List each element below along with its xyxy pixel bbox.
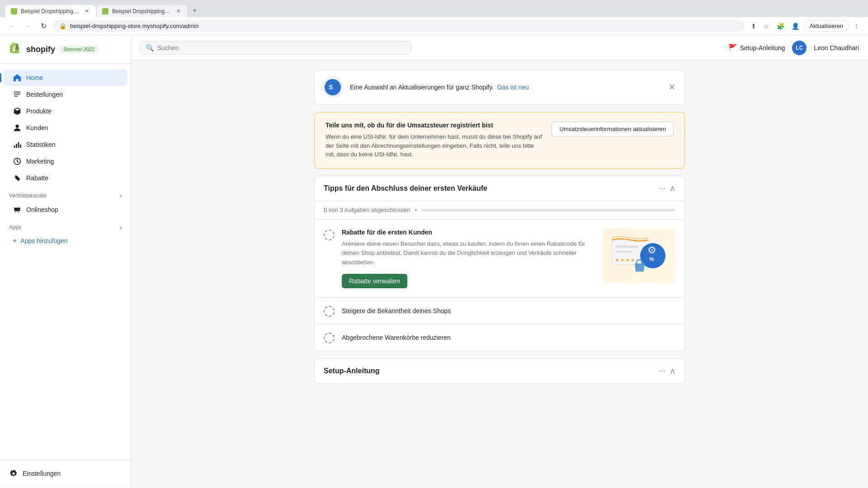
tax-description: Wenn du eine USt-IdNr. für dein Unterneh… — [326, 132, 542, 159]
browser-chrome: Beispiel Dropshipping Store · ✕ Beispiel… — [0, 0, 868, 17]
sidebar-item-customers[interactable]: Kunden — [4, 120, 127, 136]
sidebar-item-online-store[interactable]: Onlineshop — [4, 202, 127, 218]
apps-chevron[interactable]: › — [119, 224, 122, 231]
progress-dot: • — [415, 206, 417, 214]
sidebar-item-orders-label: Bestellungen — [26, 91, 63, 98]
sidebar-item-products[interactable]: Produkte — [4, 103, 127, 119]
tax-update-button[interactable]: Umsatzsteuerinformationen aktualisieren — [552, 122, 674, 136]
setup-header: Setup-Anleitung ··· ∧ — [315, 359, 684, 383]
tips-item-icon-popularity — [324, 306, 335, 317]
sales-channels-section: Vertriebskanäle › — [0, 187, 131, 201]
settings-item[interactable]: Einstellungen — [9, 465, 122, 482]
add-apps-item[interactable]: + Apps hinzufügen — [4, 233, 127, 249]
setup-collapse-button[interactable]: ∧ — [670, 366, 675, 376]
tips-item-title-carts: Abgebrochene Warenkörbe reduzieren — [342, 334, 451, 341]
profile-button[interactable]: 👤 — [789, 21, 802, 32]
sidebar-item-discounts[interactable]: Rabatte — [4, 170, 127, 186]
notification-logo: S — [322, 76, 344, 98]
new-tab-button[interactable]: + — [188, 4, 201, 17]
extension-button[interactable]: 🧩 — [774, 21, 787, 32]
setup-menu-button[interactable]: ··· — [659, 366, 666, 376]
address-bar: 🔒 beispiel-dropshipping-store.myshopify.… — [53, 20, 745, 32]
close-tab-btn-2[interactable]: ✕ — [175, 8, 182, 14]
shopify-icon — [9, 42, 23, 56]
tips-collapse-button[interactable]: ∧ — [670, 183, 675, 193]
notification-link[interactable]: Das ist neu — [497, 84, 529, 91]
favicon-2 — [102, 8, 108, 14]
setup-title: Setup-Anleitung — [324, 367, 380, 375]
svg-rect-12 — [616, 245, 638, 248]
sidebar-item-marketing[interactable]: Marketing — [4, 153, 127, 169]
tips-item-icon-carts — [324, 333, 335, 343]
home-icon — [13, 73, 22, 82]
menu-button[interactable]: ⋮ — [851, 21, 863, 32]
svg-rect-2 — [14, 96, 18, 97]
refresh-button[interactable]: ↻ — [38, 20, 49, 32]
apps-label: Apps — [9, 224, 21, 230]
svg-rect-7 — [20, 145, 21, 148]
address-text: beispiel-dropshipping-store.myshopify.co… — [70, 23, 738, 29]
svg-rect-0 — [14, 92, 20, 93]
forward-button[interactable]: → — [22, 20, 34, 32]
topbar: 🔍 🚩 Setup-Anleitung LC Leon Chaudhari — [131, 35, 868, 61]
search-bar[interactable]: 🔍 — [140, 41, 411, 55]
user-name[interactable]: Leon Chaudhari — [814, 44, 859, 52]
tips-card: Tipps für den Abschluss deiner ersten Ve… — [314, 176, 685, 351]
sidebar-item-analytics[interactable]: Statistiken — [4, 136, 127, 153]
update-button[interactable]: Aktualisieren — [804, 20, 849, 32]
tips-menu-button[interactable]: ··· — [659, 183, 666, 193]
sidebar-item-home[interactable]: Home — [4, 70, 127, 86]
svg-text:★ ★ ★ ★: ★ ★ ★ ★ — [615, 258, 635, 263]
favicon — [11, 8, 17, 14]
close-tab-btn[interactable]: ✕ — [84, 8, 90, 14]
add-icon: + — [13, 237, 17, 245]
setup-guide-label: Setup-Anleitung — [740, 44, 785, 52]
bookmark-button[interactable]: ☆ — [761, 21, 772, 32]
tips-header-actions: ··· ∧ — [659, 183, 675, 193]
add-apps-label: Apps hinzufügen — [20, 237, 67, 244]
shopify-wordmark: shopify — [26, 45, 55, 54]
back-button[interactable]: ← — [5, 20, 18, 32]
tips-progress: 0 von 3 Aufgaben abgeschlossen • — [315, 201, 684, 220]
tips-item-abandoned-carts[interactable]: Abgebrochene Warenkörbe reduzieren — [315, 324, 684, 351]
sidebar-item-online-store-label: Onlineshop — [26, 206, 58, 213]
tips-item-discounts: Rabatte für die ersten Kunden Animiere d… — [315, 220, 684, 298]
sidebar-item-customers-label: Kunden — [26, 124, 48, 131]
tax-title: Teile uns mit, ob du für die Umsatzsteue… — [326, 122, 542, 129]
discounts-icon — [13, 174, 22, 183]
share-button[interactable]: ⬆ — [748, 21, 759, 32]
tips-item-shop-popularity[interactable]: Steigere die Bekanntheit deines Shops — [315, 298, 684, 324]
tips-action-button-discounts[interactable]: Rabatte verwalten — [342, 274, 407, 288]
settings-icon — [9, 469, 18, 478]
apps-section: Apps › — [0, 218, 131, 233]
sidebar-item-home-label: Home — [26, 74, 43, 81]
svg-rect-5 — [16, 144, 17, 148]
main-inner: S Eine Auswahl an Aktualisierungen für g… — [305, 61, 694, 393]
browser-tab-active[interactable]: Beispiel Dropshipping Store · ✕ — [5, 5, 96, 17]
sales-channels-label: Vertriebskanäle — [9, 192, 47, 199]
notification-banner: S Eine Auswahl an Aktualisierungen für g… — [314, 70, 685, 105]
sidebar-item-orders[interactable]: Bestellungen — [4, 86, 127, 103]
search-input[interactable] — [157, 44, 406, 52]
setup-guide-button[interactable]: 🚩 Setup-Anleitung — [728, 43, 785, 52]
tab-label-active: Beispiel Dropshipping Store · — [21, 8, 80, 14]
sidebar-item-discounts-label: Rabatte — [26, 174, 48, 182]
progress-bar-container — [421, 209, 675, 211]
orders-icon — [13, 90, 22, 99]
user-avatar: LC — [792, 41, 807, 55]
browser-toolbar: ← → ↻ 🔒 beispiel-dropshipping-store.mysh… — [0, 17, 868, 35]
notification-close-button[interactable]: ✕ — [667, 82, 677, 92]
shopify-logo: shopify — [9, 42, 55, 56]
settings-label: Einstellungen — [23, 470, 61, 477]
sidebar-nav: Home Bestellungen Produkte — [0, 64, 131, 460]
notification-text: Eine Auswahl an Aktualisierungen für gan… — [350, 84, 660, 91]
svg-text:%: % — [649, 256, 654, 263]
sales-channels-chevron[interactable]: › — [119, 192, 122, 199]
discount-illustration: ★ ★ ★ ★ ⚙ % — [603, 229, 675, 283]
browser-tab-inactive[interactable]: Beispiel Dropshipping Store ✕ — [97, 5, 187, 17]
tips-item-title-discounts: Rabatte für die ersten Kunden — [342, 229, 596, 236]
sidebar-footer: Einstellungen — [0, 460, 131, 487]
tips-header: Tipps für den Abschluss deiner ersten Ve… — [315, 176, 684, 201]
browser-actions: ⬆ ☆ 🧩 👤 Aktualisieren ⋮ — [748, 20, 863, 32]
sidebar-item-marketing-label: Marketing — [26, 158, 54, 165]
